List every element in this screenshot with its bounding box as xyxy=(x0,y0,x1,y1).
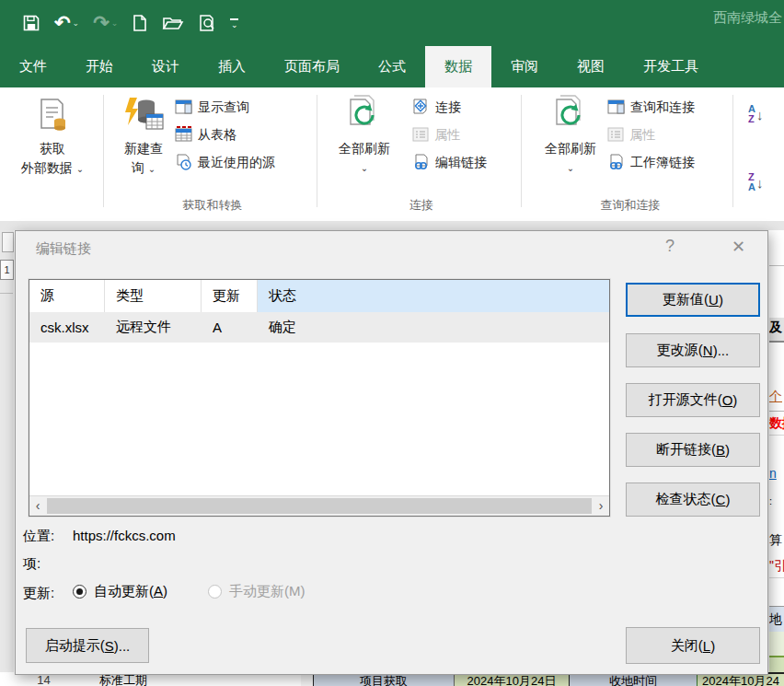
edit-links-dialog: 编辑链接 ? ✕ 源 类型 更新 状态 csk.xlsx 远程文件 A 确定 ‹… xyxy=(15,230,768,675)
ribbon-divider xyxy=(521,95,522,207)
ribbon-divider xyxy=(732,95,733,207)
sheet-cell-fragment: 地 xyxy=(769,606,784,633)
edit-links-button[interactable]: 编辑链接 xyxy=(412,152,487,174)
item-label: 项: xyxy=(23,555,40,573)
undo-caret-icon[interactable]: ⌄ xyxy=(73,18,80,28)
radio-manual-label: 手动更新(M) xyxy=(229,583,306,600)
sheet-cell-fragment: "引 xyxy=(769,556,784,578)
properties-label: 属性 xyxy=(629,127,655,144)
close-icon[interactable]: ✕ xyxy=(732,237,745,257)
sheet-cell-fragment: : xyxy=(769,492,784,505)
tab-review[interactable]: 审阅 xyxy=(491,46,558,87)
from-table-icon xyxy=(175,126,192,145)
properties-button-2: 属性 xyxy=(607,124,655,146)
connections-icon xyxy=(412,99,430,118)
column-header-update[interactable]: 更新 xyxy=(202,280,258,312)
group-label-get-transform: 获取和转换 xyxy=(114,197,311,214)
recent-sources-button[interactable]: 最近使用的源 xyxy=(175,152,275,174)
connections-label: 连接 xyxy=(435,99,461,116)
show-queries-label: 显示查询 xyxy=(198,99,249,116)
radio-automatic-label[interactable]: 自动更新(A) xyxy=(94,583,167,600)
open-source-button[interactable]: 打开源文件(O) xyxy=(626,383,760,417)
radio-automatic-update[interactable] xyxy=(73,585,86,599)
connections-button[interactable]: 连接 xyxy=(412,97,461,119)
update-mode-group: 自动更新(A) 手动更新(M) xyxy=(73,583,306,600)
undo-icon: ↶ xyxy=(54,14,71,32)
sheet-right-edge: 及 个 数据 n : 算 "引 地 xyxy=(768,230,784,674)
show-queries-button[interactable]: 显示查询 xyxy=(175,97,249,119)
tab-view[interactable]: 视图 xyxy=(558,46,624,87)
excel-window: ↶ ⌄ ↷ ⌄ xyxy=(0,0,784,686)
refresh-all-icon xyxy=(345,91,384,139)
break-link-button[interactable]: 断开链接(B) xyxy=(626,433,760,467)
redo-icon: ↷ xyxy=(93,14,110,32)
redo-button: ↷ ⌄ xyxy=(93,14,118,32)
refresh-all-label: 全部刷新 xyxy=(545,139,596,158)
change-source-button[interactable]: 更改源(N)... xyxy=(626,333,760,367)
horizontal-scrollbar[interactable]: ‹ › xyxy=(29,495,609,516)
help-icon[interactable]: ? xyxy=(665,237,674,256)
dialog-title: 编辑链接 xyxy=(36,240,91,258)
customize-qat-button[interactable]: ⌄ xyxy=(230,18,238,28)
queries-connections-button[interactable]: 查询和连接 xyxy=(607,97,695,119)
redo-caret-icon: ⌄ xyxy=(111,18,119,28)
new-query-button[interactable]: 新建查 询 ⌄ xyxy=(114,91,173,179)
from-table-label: 从表格 xyxy=(198,127,236,144)
get-external-label-line2: 外部数据 ⌄ xyxy=(21,158,84,179)
tab-page-layout[interactable]: 页面布局 xyxy=(265,46,359,87)
column-header-status[interactable]: 状态 xyxy=(258,280,609,312)
link-row[interactable]: csk.xlsx 远程文件 A 确定 xyxy=(29,312,609,343)
location-label: 位置: xyxy=(23,528,54,545)
chevron-down-icon: ⌄ xyxy=(76,164,84,174)
tab-formulas[interactable]: 公式 xyxy=(359,46,425,87)
startup-prompt-button[interactable]: 启动提示(S)... xyxy=(26,628,149,663)
refresh-all-button-2[interactable]: 全部刷新 ⌄ xyxy=(530,91,611,178)
links-list[interactable]: 源 类型 更新 状态 csk.xlsx 远程文件 A 确定 ‹ › xyxy=(29,279,610,517)
tab-home[interactable]: 开始 xyxy=(66,46,133,87)
get-external-data-button[interactable]: 获取 外部数据 ⌄ xyxy=(17,91,88,179)
queries-connections-label: 查询和连接 xyxy=(630,99,695,116)
get-external-label-line1: 获取 xyxy=(40,139,65,158)
sort-za-icon: Z A xyxy=(748,172,755,192)
ribbon: 获取 外部数据 ⌄ 新建查 询 xyxy=(0,87,784,222)
tab-file[interactable]: 文件 xyxy=(0,46,66,87)
workbook-links-icon xyxy=(607,154,625,173)
from-table-button[interactable]: 从表格 xyxy=(175,124,236,146)
tab-developer[interactable]: 开发工具 xyxy=(624,46,718,87)
queries-connections-icon xyxy=(607,99,625,117)
chevron-down-icon: ⌄ xyxy=(231,22,238,28)
sort-az-button[interactable]: A Z ↓ xyxy=(748,104,763,124)
link-type: 远程文件 xyxy=(105,312,202,343)
column-header-type[interactable]: 类型 xyxy=(105,280,202,312)
title-bar: ↶ ⌄ ↷ ⌄ xyxy=(0,0,784,46)
properties-label: 属性 xyxy=(434,127,460,144)
chevron-down-icon: ⌄ xyxy=(148,164,156,174)
scrollbar-thumb[interactable] xyxy=(47,498,592,514)
refresh-all-label: 全部刷新 xyxy=(339,139,390,158)
close-button[interactable]: 关闭(L) xyxy=(626,627,760,664)
new-file-button[interactable] xyxy=(132,14,148,32)
undo-button[interactable]: ↶ ⌄ xyxy=(54,14,79,32)
tab-insert[interactable]: 插入 xyxy=(199,46,265,87)
save-icon[interactable] xyxy=(22,14,40,32)
properties-button: 属性 xyxy=(412,124,460,146)
scroll-right-icon[interactable]: › xyxy=(593,496,609,516)
ribbon-divider xyxy=(103,95,104,207)
column-header-source[interactable]: 源 xyxy=(29,280,105,312)
sort-za-button[interactable]: Z A ↓ xyxy=(748,172,763,192)
link-status: 确定 xyxy=(258,312,609,343)
scroll-left-icon[interactable]: ‹ xyxy=(29,496,46,516)
name-box-fragment xyxy=(2,232,14,252)
tab-data[interactable]: 数据 xyxy=(425,46,491,87)
edit-links-label: 编辑链接 xyxy=(435,155,487,171)
link-update: A xyxy=(202,312,258,343)
workbook-links-button[interactable]: 工作簿链接 xyxy=(607,152,695,174)
refresh-all-button[interactable]: 全部刷新 ⌄ xyxy=(324,91,405,178)
tab-design[interactable]: 设计 xyxy=(133,46,199,87)
update-values-button[interactable]: 更新值(U) xyxy=(626,283,760,317)
print-preview-button[interactable] xyxy=(198,14,216,32)
open-folder-button[interactable] xyxy=(162,14,184,32)
sheet-cell-fragment: n xyxy=(769,464,784,484)
new-query-label-line1: 新建查 xyxy=(124,139,163,158)
check-status-button[interactable]: 检查状态(C) xyxy=(626,483,760,517)
